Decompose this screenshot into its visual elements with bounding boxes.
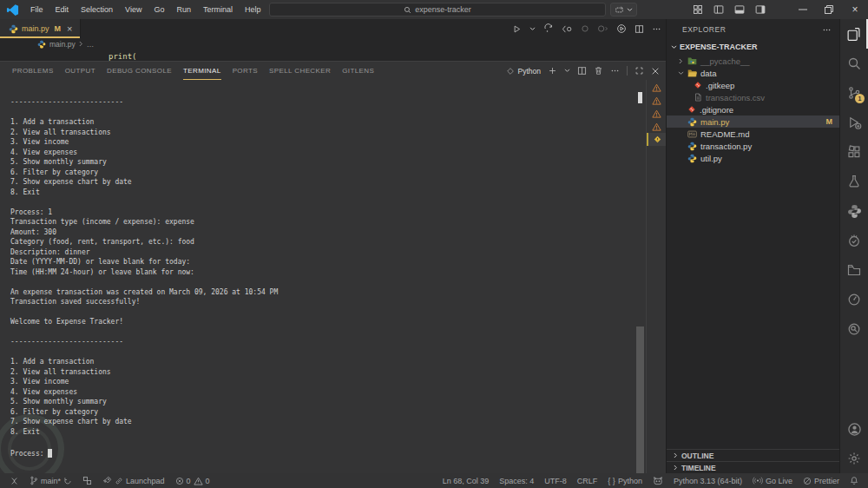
close-panel-button[interactable] bbox=[651, 67, 660, 76]
tree-item-gitkeep[interactable]: .gitkeep bbox=[667, 79, 840, 91]
activity-testing-button[interactable] bbox=[840, 167, 868, 196]
panel-more-actions-button[interactable] bbox=[610, 66, 620, 76]
more-actions-button[interactable] bbox=[652, 24, 661, 34]
settings-gear-button[interactable] bbox=[840, 444, 868, 473]
workspace-root-row[interactable]: EXPENSE-TRACKER bbox=[667, 40, 840, 54]
terminal-instance-warning[interactable] bbox=[647, 120, 667, 133]
prettier-status[interactable]: Prettier bbox=[798, 477, 845, 485]
activity-search-button[interactable] bbox=[840, 49, 868, 78]
record-icon[interactable] bbox=[581, 24, 589, 33]
breadcrumb-symbol[interactable]: … bbox=[87, 40, 95, 49]
timeline-section[interactable]: TIMELINE bbox=[667, 461, 840, 473]
tree-item-main-py[interactable]: main.py M bbox=[667, 115, 840, 128]
notifications-bell-button[interactable] bbox=[845, 476, 864, 485]
activity-python-button[interactable] bbox=[840, 196, 868, 226]
tree-item-readme[interactable]: README.md bbox=[667, 128, 840, 140]
panel-tab-debug-console[interactable]: DEBUG CONSOLE bbox=[107, 67, 172, 80]
terminal-instance-active[interactable] bbox=[647, 133, 667, 146]
menu-selection[interactable]: Selection bbox=[75, 0, 119, 19]
tree-item-gitignore[interactable]: .gitignore bbox=[667, 103, 840, 115]
split-terminal-button[interactable] bbox=[577, 66, 587, 76]
terminal-instance-warning[interactable] bbox=[647, 94, 667, 107]
run-dropdown-icon[interactable] bbox=[529, 27, 536, 31]
terminal-instance-warning[interactable] bbox=[647, 107, 667, 120]
tree-item-transaction-py[interactable]: transaction.py bbox=[667, 140, 840, 152]
scrollbar-thumb[interactable] bbox=[636, 326, 644, 474]
problems-status[interactable]: 0 0 bbox=[170, 477, 215, 485]
explorer-more-actions-button[interactable] bbox=[822, 25, 832, 35]
terminal-cursor bbox=[48, 449, 52, 458]
activity-run-debug-button[interactable] bbox=[840, 108, 868, 137]
panel-tab-terminal[interactable]: TERMINAL bbox=[183, 67, 221, 80]
tab-close-icon[interactable]: × bbox=[67, 23, 72, 34]
run-python-file-button[interactable] bbox=[512, 24, 522, 34]
tree-item-transactions-csv[interactable]: transactions.csv bbox=[667, 91, 840, 103]
tab-main-py[interactable]: main.py M × bbox=[0, 19, 81, 38]
terminal-scrollbar[interactable] bbox=[635, 80, 646, 473]
menu-go[interactable]: Go bbox=[148, 0, 170, 19]
menu-help[interactable]: Help bbox=[239, 0, 267, 19]
chevron-right-icon bbox=[674, 452, 678, 458]
remote-indicator[interactable] bbox=[4, 477, 24, 485]
breadcrumb-file[interactable]: main.py bbox=[49, 40, 76, 49]
python-file-icon bbox=[37, 40, 46, 49]
command-center-search[interactable]: expense-tracker bbox=[269, 3, 606, 16]
pet-extension-status[interactable] bbox=[648, 476, 668, 485]
run-interactive-icon[interactable] bbox=[543, 23, 554, 34]
activity-remote-explorer-button[interactable] bbox=[840, 255, 868, 285]
editor-tab-bar: main.py M × bbox=[0, 19, 667, 38]
menu-view[interactable]: View bbox=[119, 0, 148, 19]
toggle-secondary-sidebar-icon[interactable] bbox=[755, 4, 766, 15]
tree-item-util-py[interactable]: util.py bbox=[667, 152, 840, 164]
indentation-status[interactable]: Spaces: 4 bbox=[494, 477, 539, 485]
toggle-panel-icon[interactable] bbox=[734, 4, 745, 15]
language-mode-status[interactable]: { } Python bbox=[602, 477, 648, 485]
python-interpreter-status[interactable]: Python 3.13 (64-bit) bbox=[668, 477, 747, 485]
layout-run-button[interactable] bbox=[610, 3, 637, 16]
encoding-status[interactable]: UTF-8 bbox=[539, 477, 572, 485]
activity-source-control-button[interactable]: 1 bbox=[840, 78, 868, 108]
kill-terminal-button[interactable] bbox=[594, 66, 603, 76]
maximize-panel-button[interactable] bbox=[635, 66, 644, 76]
terminal-viewport[interactable]: --------------------------- 1. Add a tra… bbox=[0, 80, 667, 473]
panel-tab-output[interactable]: OUTPUT bbox=[65, 67, 95, 80]
close-window-button[interactable]: × bbox=[842, 0, 868, 19]
panel-tab-spell-checker[interactable]: SPELL CHECKER bbox=[269, 67, 331, 80]
cursor-position-status[interactable]: Ln 68, Col 39 bbox=[437, 477, 495, 485]
menu-run[interactable]: Run bbox=[170, 0, 197, 19]
gitlens-compare-status[interactable] bbox=[77, 476, 97, 485]
eol-status[interactable]: CRLF bbox=[572, 477, 603, 485]
outline-section[interactable]: OUTLINE bbox=[667, 449, 840, 461]
activity-extensions-button[interactable] bbox=[840, 137, 868, 167]
activity-code-search-button[interactable] bbox=[840, 314, 868, 344]
play-circle-icon[interactable] bbox=[616, 23, 627, 34]
panel-tab-problems[interactable]: PROBLEMS bbox=[12, 67, 54, 80]
tree-item-data-folder[interactable]: data bbox=[667, 67, 840, 79]
step-back-icon[interactable] bbox=[562, 24, 573, 34]
go-live-status[interactable]: Go Live bbox=[747, 476, 798, 485]
restore-button[interactable] bbox=[816, 0, 842, 19]
split-editor-button[interactable] bbox=[635, 24, 644, 34]
gitlens-launchpad-status[interactable]: Launchpad bbox=[97, 476, 170, 485]
menu-edit[interactable]: Edit bbox=[49, 0, 76, 19]
bottom-panel: PROBLEMS OUTPUT DEBUG CONSOLE TERMINAL P… bbox=[0, 61, 667, 473]
tree-item-pycache[interactable]: __pycache__ bbox=[667, 55, 840, 67]
customize-layout-icon[interactable] bbox=[693, 4, 703, 15]
activity-todo-tree-button[interactable] bbox=[840, 226, 868, 255]
menu-file[interactable]: File bbox=[24, 0, 49, 19]
panel-tab-ports[interactable]: PORTS bbox=[233, 67, 258, 80]
git-branch-status[interactable]: main* bbox=[24, 476, 77, 485]
new-terminal-button[interactable] bbox=[548, 66, 557, 76]
menu-terminal[interactable]: Terminal bbox=[197, 0, 239, 19]
minimize-button[interactable] bbox=[790, 0, 816, 19]
terminal-instance-warning[interactable] bbox=[647, 81, 667, 94]
accounts-button[interactable] bbox=[840, 414, 868, 444]
panel-tab-gitlens[interactable]: GITLENS bbox=[342, 67, 374, 80]
record-step-icon[interactable] bbox=[597, 24, 608, 33]
activity-timeline-button[interactable] bbox=[840, 285, 868, 314]
activity-explorer-button[interactable] bbox=[840, 19, 868, 49]
active-shell-label[interactable]: Python bbox=[506, 67, 541, 76]
breadcrumb[interactable]: main.py … bbox=[0, 38, 667, 49]
terminal-dropdown-icon[interactable] bbox=[564, 69, 570, 73]
toggle-primary-sidebar-icon[interactable] bbox=[713, 4, 724, 15]
